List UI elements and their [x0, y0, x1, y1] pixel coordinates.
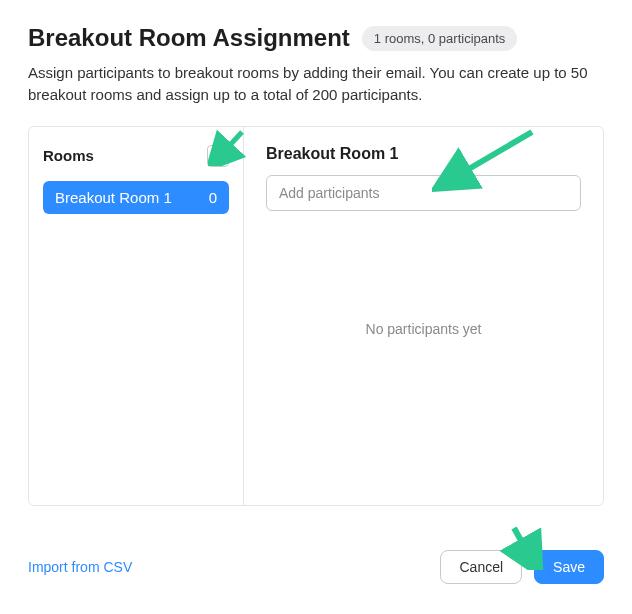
- page-title: Breakout Room Assignment: [28, 24, 350, 52]
- sidebar-item-breakout-room-1[interactable]: Breakout Room 1 0: [43, 181, 229, 214]
- rooms-heading: Rooms: [43, 147, 94, 164]
- footer-buttons: Cancel Save: [440, 550, 604, 584]
- rooms-sidebar: Rooms + Breakout Room 1 0: [29, 127, 244, 505]
- assignment-panel: Rooms + Breakout Room 1 0 Breakout Room …: [28, 126, 604, 506]
- rooms-sidebar-header: Rooms +: [43, 145, 229, 167]
- import-from-csv-link[interactable]: Import from CSV: [28, 559, 132, 575]
- page-header: Breakout Room Assignment 1 rooms, 0 part…: [28, 24, 604, 52]
- room-item-name: Breakout Room 1: [55, 189, 172, 206]
- add-participants-input[interactable]: [266, 175, 581, 211]
- save-button[interactable]: Save: [534, 550, 604, 584]
- footer-bar: Import from CSV Cancel Save: [28, 550, 604, 584]
- room-detail-title: Breakout Room 1: [266, 145, 581, 163]
- add-room-button[interactable]: +: [207, 145, 229, 167]
- intro-text: Assign participants to breakout rooms by…: [28, 62, 588, 106]
- no-participants-text: No participants yet: [266, 211, 581, 487]
- rooms-count-badge: 1 rooms, 0 participants: [362, 26, 518, 51]
- cancel-button[interactable]: Cancel: [440, 550, 522, 584]
- room-item-count: 0: [209, 189, 217, 206]
- room-detail: Breakout Room 1 No participants yet: [244, 127, 603, 505]
